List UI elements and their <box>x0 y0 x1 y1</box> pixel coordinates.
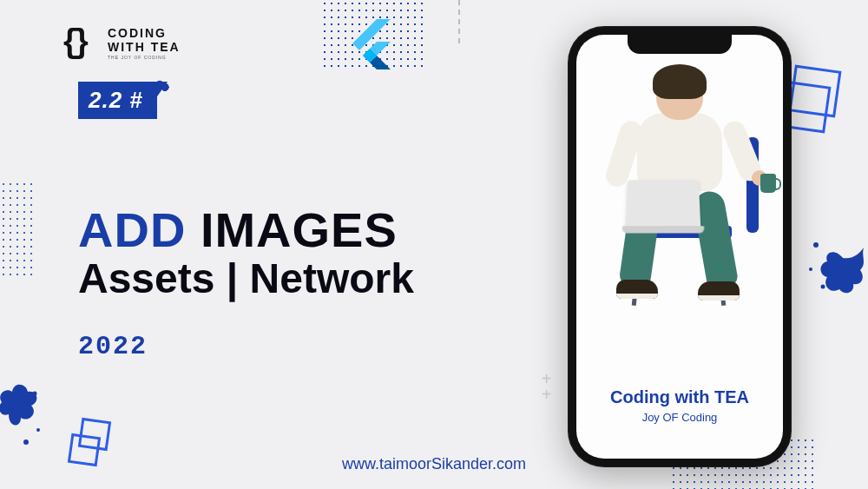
svg-point-1 <box>809 268 812 271</box>
dashed-line-decoration <box>458 0 460 43</box>
phone-screen: Coding with TEA Joy OF Coding <box>576 35 783 459</box>
dot-pattern-left <box>0 181 36 276</box>
phone-app-subtitle: Joy OF Coding <box>576 411 783 424</box>
flutter-logo-icon <box>345 17 399 71</box>
headline-subtitle: Assets | Network <box>78 254 414 302</box>
svg-point-0 <box>813 242 819 248</box>
svg-point-5 <box>23 439 29 445</box>
character-illustration <box>589 68 771 328</box>
headline-accent: ADD <box>78 202 186 257</box>
square-decoration-top-right <box>781 68 851 137</box>
headline-main: IMAGES <box>201 202 398 257</box>
ink-splat-right <box>804 228 865 297</box>
logo-text-line2: WITH TEA <box>108 41 181 53</box>
brand-logo: {} CODING WITH TEA THE JOY OF CODING <box>61 24 181 63</box>
main-headline: ADD IMAGES Assets | Network <box>78 202 414 302</box>
ink-splat-left <box>0 380 49 451</box>
logo-text-line1: CODING <box>108 27 181 39</box>
square-decoration-bottom-left <box>69 420 113 463</box>
svg-point-3 <box>33 392 37 396</box>
svg-point-4 <box>36 428 40 432</box>
phone-app-title: Coding with TEA <box>576 387 783 407</box>
logo-tagline: THE JOY OF CODING <box>108 56 181 60</box>
phone-notch <box>628 35 732 54</box>
year-label: 2022 <box>78 332 148 361</box>
svg-point-2 <box>821 285 825 289</box>
brand-logo-icon: {} <box>61 24 99 63</box>
website-url: www.taimoorSikander.com <box>342 455 526 473</box>
episode-badge: 2.2 # <box>78 82 157 119</box>
phone-mockup: Coding with TEA Joy OF Coding <box>568 26 792 467</box>
